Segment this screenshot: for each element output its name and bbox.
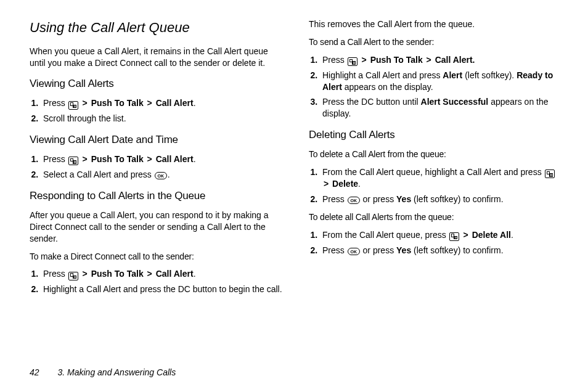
gt-icon: >: [83, 154, 88, 164]
list-item: Press > Push To Talk > Call Alert.: [41, 97, 284, 109]
text: (left softkey) to confirm.: [414, 245, 503, 255]
remove-paragraph: This removes the Call Alert from the que…: [309, 18, 563, 30]
bold-text: Call Alert: [156, 269, 194, 279]
text: Select a Call Alert and press: [43, 169, 152, 179]
bold-text: Delete: [332, 179, 358, 189]
text: Highlight a Call Alert and press: [322, 70, 440, 80]
gt-icon: >: [147, 269, 152, 279]
bold-text: Alert Successful: [421, 97, 489, 107]
list-item: From the Call Alert queue, press > Delet…: [320, 229, 563, 241]
gt-icon: >: [83, 269, 88, 279]
delete-one-steps: From the Call Alert queue, highlight a C…: [309, 166, 563, 205]
bold-text: Yes: [396, 245, 411, 255]
text: or press: [363, 245, 394, 255]
subheading-delete-all: To delete all Call Alerts from the queue…: [309, 211, 563, 223]
text: .: [194, 269, 196, 279]
text: Press: [322, 245, 345, 255]
gt-icon: >: [427, 55, 431, 65]
page-footer: 42 3. Making and Answering Calls: [30, 367, 176, 378]
page-number: 42: [30, 367, 39, 377]
gt-icon: >: [324, 179, 329, 189]
gt-icon: >: [463, 230, 468, 240]
text: (left softkey) to confirm.: [414, 194, 503, 204]
text: Press: [43, 98, 65, 108]
text: From the Call Alert queue, highlight a C…: [322, 167, 542, 177]
list-item: Select a Call Alert and press OK.: [41, 169, 284, 181]
subheading-send: To send a Call Alert to the sender:: [309, 36, 563, 48]
bold-text: Call Alert: [156, 154, 194, 164]
text: .: [168, 169, 170, 179]
heading-datetime: Viewing Call Alert Date and Time: [30, 133, 284, 147]
list-item: Highlight a Call Alert and press the DC …: [41, 284, 284, 295]
chapter-title: 3. Making and Answering Calls: [57, 367, 176, 377]
text: Press: [43, 154, 65, 164]
bold-text: Push To Talk: [370, 55, 423, 65]
send-steps: Press > Push To Talk > Call Alert. Highl…: [309, 54, 563, 120]
right-column: This removes the Call Alert from the que…: [309, 18, 563, 301]
list-item: Highlight a Call Alert and press Alert (…: [320, 70, 563, 93]
list-item: Press OK or press Yes (left softkey) to …: [320, 245, 563, 256]
menu-icon: [348, 57, 357, 66]
heading-deleting: Deleting Call Alerts: [309, 128, 563, 142]
menu-icon: [68, 101, 78, 110]
text: Press: [322, 194, 345, 204]
viewing-steps: Press > Push To Talk > Call Alert. Scrol…: [30, 97, 284, 125]
bold-text: Call Alert.: [435, 55, 475, 65]
text: Press: [322, 55, 345, 65]
text: appears on the display.: [345, 82, 433, 92]
dc-steps: Press > Push To Talk > Call Alert. Highl…: [30, 268, 284, 295]
text: .: [194, 98, 196, 108]
text: or press: [363, 194, 394, 204]
text: (left softkey).: [465, 70, 514, 80]
gt-icon: >: [147, 154, 152, 164]
list-item: Press > Push To Talk > Call Alert.: [320, 54, 563, 66]
bold-text: Yes: [396, 194, 411, 204]
text: .: [511, 230, 513, 240]
ok-icon: OK: [348, 248, 360, 255]
gt-icon: >: [83, 98, 88, 108]
bold-text: Push To Talk: [91, 98, 144, 108]
ok-icon: OK: [155, 172, 167, 179]
bold-text: Delete All: [472, 230, 511, 240]
bold-text: Push To Talk: [91, 154, 144, 164]
ok-icon: OK: [348, 197, 360, 204]
bold-text: Alert: [443, 70, 462, 80]
text: .: [194, 154, 196, 164]
delete-all-steps: From the Call Alert queue, press > Delet…: [309, 229, 563, 256]
bold-text: Call Alert: [156, 98, 194, 108]
heading-responding: Responding to Call Alerts in the Queue: [30, 189, 284, 203]
text: Press the DC button until: [322, 97, 419, 107]
list-item: Press > Push To Talk > Call Alert.: [41, 153, 284, 165]
left-column: Using the Call Alert Queue When you queu…: [30, 18, 284, 301]
heading-viewing: Viewing Call Alerts: [30, 77, 284, 91]
list-item: Press the DC button until Alert Successf…: [320, 96, 563, 120]
text: From the Call Alert queue, press: [322, 230, 446, 240]
content-columns: Using the Call Alert Queue When you queu…: [30, 18, 563, 301]
datetime-steps: Press > Push To Talk > Call Alert. Selec…: [30, 153, 284, 181]
gt-icon: >: [147, 98, 152, 108]
subheading-delete-one: To delete a Call Alert from the queue:: [309, 149, 563, 160]
list-item: From the Call Alert queue, highlight a C…: [320, 166, 563, 190]
respond-intro: After you queue a Call Alert, you can re…: [30, 210, 284, 245]
menu-icon: [545, 169, 555, 178]
intro-paragraph: When you queue a Call Alert, it remains …: [30, 46, 284, 69]
menu-icon: [449, 232, 459, 241]
gt-icon: >: [362, 55, 367, 65]
subheading-dc: To make a Direct Connect call to the sen…: [30, 251, 284, 263]
menu-icon: [68, 157, 78, 165]
text: Press: [43, 269, 65, 279]
list-item: Scroll through the list.: [41, 113, 284, 125]
list-item: Press OK or press Yes (left softkey) to …: [320, 194, 563, 205]
list-item: Press > Push To Talk > Call Alert.: [41, 268, 284, 280]
menu-icon: [68, 272, 78, 280]
page-title: Using the Call Alert Queue: [30, 18, 284, 37]
bold-text: Push To Talk: [91, 269, 144, 279]
text: .: [358, 179, 361, 189]
